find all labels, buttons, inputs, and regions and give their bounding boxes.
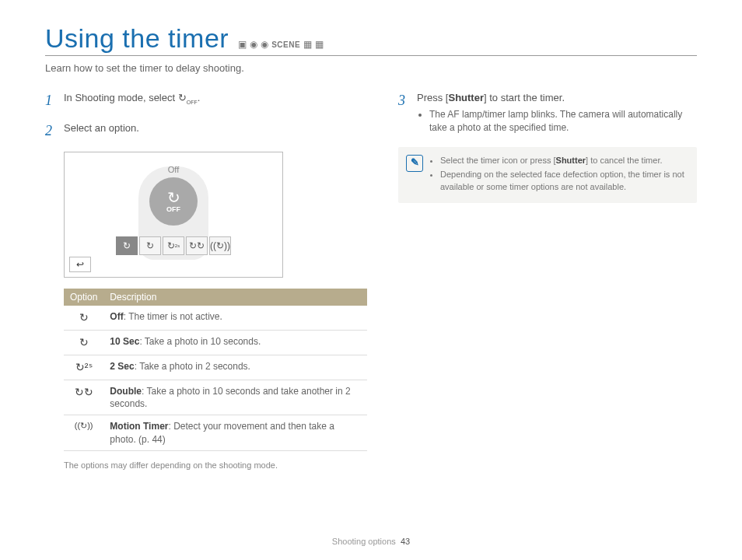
timer-option-off[interactable]: ↻ <box>116 236 138 255</box>
table-row: ↻²ˢ 2 Sec: Take a photo in 2 seconds. <box>64 355 367 380</box>
camera-icon: ◉ <box>250 39 257 50</box>
video1-icon: ▦ <box>303 39 312 50</box>
step1-text-b: . <box>198 92 201 103</box>
back-button[interactable]: ↩ <box>69 257 91 272</box>
step-number: 3 <box>398 91 409 136</box>
page-footer: Shooting options 43 <box>0 537 742 546</box>
table-row: ↻ 10 Sec: Take a photo in 10 seconds. <box>64 331 367 355</box>
step-body: In Shooting mode, select ↻OFF. <box>64 91 367 110</box>
row-icon: ↻↻ <box>64 380 103 415</box>
note-item: Select the timer icon or press [Shutter]… <box>440 155 688 167</box>
note-icon: ✎ <box>406 155 423 172</box>
row-icon: ↻²ˢ <box>64 355 103 380</box>
table-row: ↻ Off: The timer is not active. <box>64 306 367 330</box>
page-title: Using the timer <box>45 23 229 54</box>
camera-auto-icon: ▣ <box>238 39 247 50</box>
footnote: The options may differ depending on the … <box>64 460 367 470</box>
shutter-label: Shutter <box>448 92 484 103</box>
timer-option-strip: ↻ ↻ ↻2s ↻↻ ((↻)) <box>116 236 231 255</box>
selected-timer-indicator: Off ↻ OFF <box>149 177 198 226</box>
scene-icon: SCENE <box>271 40 300 49</box>
title-row: Using the timer ▣ ◉ ◉ SCENE ▦ ▦ <box>45 23 697 56</box>
row-desc: Off: The timer is not active. <box>103 306 367 330</box>
table-row: ((↻)) Motion Timer: Detect your movement… <box>64 415 367 450</box>
left-column: 1 In Shooting mode, select ↻OFF. 2 Selec… <box>45 91 367 470</box>
camera-screen-preview: Off ↻ OFF ↻ ↻ ↻2s ↻↻ ((↻)) ↩ <box>64 152 283 278</box>
off-label: Off <box>168 165 179 174</box>
col-description: Description <box>103 289 367 306</box>
timer-option-double[interactable]: ↻↻ <box>186 236 208 255</box>
options-table: Option Description ↻ Off: The timer is n… <box>64 289 367 450</box>
off-text: OFF <box>166 205 180 213</box>
mode-icon-strip: ▣ ◉ ◉ SCENE ▦ ▦ <box>238 39 324 50</box>
intro-text: Learn how to set the timer to delay shoo… <box>45 62 697 74</box>
footer-page: 43 <box>401 537 410 546</box>
row-icon: ↻ <box>64 331 103 355</box>
timer-off-icon: ↻OFF <box>178 92 198 103</box>
right-column: 3 Press [Shutter] to start the timer. Th… <box>398 91 697 470</box>
timer-arc-icon: ↻ <box>167 190 180 205</box>
step-1: 1 In Shooting mode, select ↻OFF. <box>45 91 367 110</box>
row-desc: Motion Timer: Detect your movement and t… <box>103 415 367 450</box>
timer-option-10s[interactable]: ↻ <box>139 236 161 255</box>
step-body: Press [Shutter] to start the timer. The … <box>417 91 697 136</box>
row-icon: ((↻)) <box>64 415 103 450</box>
step-body: Select an option. <box>64 121 367 141</box>
step-number: 1 <box>45 91 56 110</box>
video2-icon: ▦ <box>315 39 324 50</box>
step-2: 2 Select an option. <box>45 121 367 141</box>
camera2-icon: ◉ <box>261 39 268 50</box>
col-option: Option <box>64 289 103 306</box>
timer-option-motion[interactable]: ((↻)) <box>209 236 231 255</box>
table-row: ↻↻ Double: Take a photo in 10 seconds an… <box>64 380 367 415</box>
s3-text-a: Press [ <box>417 92 448 103</box>
row-desc: Double: Take a photo in 10 seconds and t… <box>103 380 367 415</box>
note-item: Depending on the selected face defection… <box>440 169 688 194</box>
step1-text-a: In Shooting mode, select <box>64 92 178 103</box>
row-desc: 2 Sec: Take a photo in 2 seconds. <box>103 355 367 380</box>
s3-bullet: The AF lamp/timer lamp blinks. The camer… <box>429 108 697 135</box>
step-3: 3 Press [Shutter] to start the timer. Th… <box>398 91 697 136</box>
step-number: 2 <box>45 121 56 141</box>
row-icon: ↻ <box>64 306 103 330</box>
row-desc: 10 Sec: Take a photo in 10 seconds. <box>103 331 367 355</box>
note-box: ✎ Select the timer icon or press [Shutte… <box>398 147 697 203</box>
s3-text-b: ] to start the timer. <box>484 92 565 103</box>
timer-option-2s[interactable]: ↻2s <box>163 236 184 255</box>
footer-section: Shooting options <box>332 537 396 546</box>
